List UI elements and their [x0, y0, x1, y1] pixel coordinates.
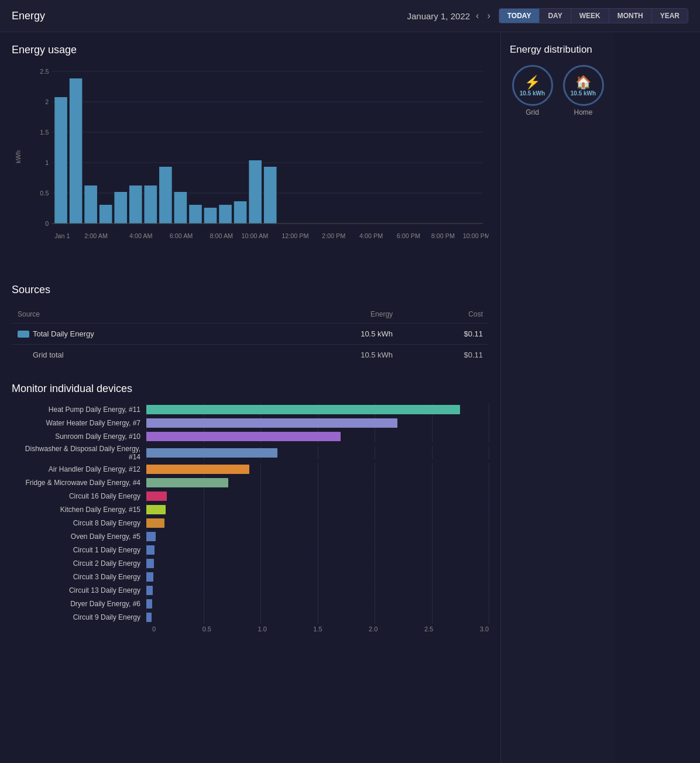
list-item: Oven Daily Energy, #5: [12, 531, 489, 542]
grid-line: [318, 544, 318, 556]
list-item: Circuit 8 Daily Energy: [12, 518, 489, 528]
svg-rect-14: [84, 185, 97, 224]
grid-line: [375, 430, 375, 443]
grid-line: [204, 557, 204, 570]
grid-line: [432, 544, 433, 556]
grid-line: [489, 476, 489, 489]
year-button[interactable]: YEAR: [652, 9, 688, 23]
grid-label: Grid: [526, 108, 539, 116]
list-item: Fridge & Microwave Daily Energy, #4: [12, 477, 489, 488]
svg-text:2:00 AM: 2:00 AM: [84, 232, 108, 239]
device-bar: [146, 559, 154, 568]
grid-line: [204, 517, 204, 530]
prev-arrow[interactable]: ‹: [473, 9, 481, 22]
svg-rect-26: [264, 167, 277, 224]
grid-line: [432, 463, 433, 476]
svg-text:Jan 1: Jan 1: [54, 232, 70, 239]
device-bar-area: [146, 404, 489, 415]
grid-line: [375, 446, 375, 459]
page-title: Energy: [12, 10, 45, 22]
svg-rect-22: [204, 208, 217, 224]
device-label: Air Handler Daily Energy, #12: [12, 465, 146, 473]
energy-distribution-title: Energy distribution: [510, 44, 606, 56]
grid-line: [260, 463, 261, 476]
grid-line: [260, 490, 261, 503]
grid-line: [489, 517, 489, 530]
list-item: Circuit 9 Daily Energy: [12, 612, 489, 623]
grid-value: 10.5 kWh: [520, 90, 545, 97]
device-bar: [146, 405, 460, 414]
list-item: Kitchen Daily Energy, #15: [12, 504, 489, 515]
grid-line: [489, 403, 489, 416]
device-bar: [146, 465, 249, 474]
grid-line: [260, 530, 261, 543]
list-item: Sunroom Daily Energy, #10: [12, 431, 489, 442]
grid-line: [432, 597, 433, 610]
month-button[interactable]: MONTH: [609, 9, 652, 23]
svg-text:2:00 PM: 2:00 PM: [322, 232, 345, 239]
device-bar-area: [146, 418, 489, 428]
device-label: Circuit 1 Daily Energy: [12, 546, 146, 554]
grid-line: [432, 430, 433, 443]
device-label: Fridge & Microwave Daily Energy, #4: [12, 479, 146, 487]
list-item: Circuit 1 Daily Energy: [12, 545, 489, 555]
device-bar: [146, 492, 167, 501]
device-bar: [146, 448, 277, 458]
grid-line: [375, 544, 375, 556]
svg-text:10:00 AM: 10:00 AM: [241, 232, 268, 239]
day-button[interactable]: DAY: [540, 9, 571, 23]
current-date: January 1, 2022: [407, 11, 471, 21]
svg-rect-16: [114, 192, 127, 224]
list-item: Heat Pump Daily Energy, #11: [12, 404, 489, 415]
next-arrow[interactable]: ›: [485, 9, 492, 22]
grid-line: [204, 490, 204, 503]
svg-text:0: 0: [45, 220, 49, 227]
grid-line: [260, 557, 261, 570]
grid-line: [375, 597, 375, 610]
device-label: Kitchen Daily Energy, #15: [12, 506, 146, 514]
svg-text:0.5: 0.5: [40, 190, 49, 197]
device-bar: [146, 586, 153, 595]
sources-title: Sources: [12, 284, 489, 296]
grid-line: [432, 557, 433, 570]
device-bar: [146, 613, 152, 622]
device-bar: [146, 418, 397, 428]
y-axis-label: kWh: [15, 150, 22, 163]
home-icon: 🏠: [575, 75, 591, 90]
device-label: Circuit 8 Daily Energy: [12, 519, 146, 527]
grid-line: [489, 446, 489, 459]
grid-line: [432, 611, 433, 624]
grid-line: [432, 584, 433, 597]
svg-text:8:00 AM: 8:00 AM: [210, 232, 233, 239]
sources-section: Sources Source Energy Cost Total Dai: [12, 284, 489, 365]
device-label: Circuit 16 Daily Energy: [12, 492, 146, 500]
device-bar: [146, 572, 153, 582]
sources-table: Source Energy Cost Total Daily Energy: [12, 305, 489, 365]
device-bar-area: [146, 477, 489, 488]
week-button[interactable]: WEEK: [571, 9, 609, 23]
device-label: Circuit 13 Daily Energy: [12, 586, 146, 594]
table-row: Total Daily Energy 10.5 kWh $0.11: [12, 324, 489, 345]
devices-title: Monitor individual devices: [12, 383, 489, 395]
table-row: Grid total 10.5 kWh $0.11: [12, 345, 489, 366]
energy-usage-title: Energy usage: [12, 44, 489, 56]
grid-line: [318, 476, 318, 489]
devices-section: Monitor individual devices Heat Pump Dai…: [12, 383, 489, 633]
grid-line: [318, 611, 318, 624]
distribution-icons: ⚡ 10.5 kWh Grid 🏠 10.5 kWh Home: [510, 65, 606, 116]
home-circle: 🏠 10.5 kWh: [563, 65, 604, 106]
energy-chart: 2.5 2 1.5 1 0.5 0: [29, 66, 489, 253]
device-bar-area: [146, 572, 489, 582]
device-bar-area: [146, 585, 489, 596]
today-button[interactable]: TODAY: [499, 9, 540, 23]
grid-line: [489, 530, 489, 543]
grid-line: [260, 544, 261, 556]
grid-line: [432, 446, 433, 459]
grid-line: [260, 597, 261, 610]
grid-line: [489, 430, 489, 443]
grid-line: [489, 544, 489, 556]
device-label: Circuit 9 Daily Energy: [12, 613, 146, 621]
svg-text:12:00 PM: 12:00 PM: [282, 232, 308, 239]
grid-circle: ⚡ 10.5 kWh: [512, 65, 553, 106]
device-bar-area: [146, 558, 489, 569]
